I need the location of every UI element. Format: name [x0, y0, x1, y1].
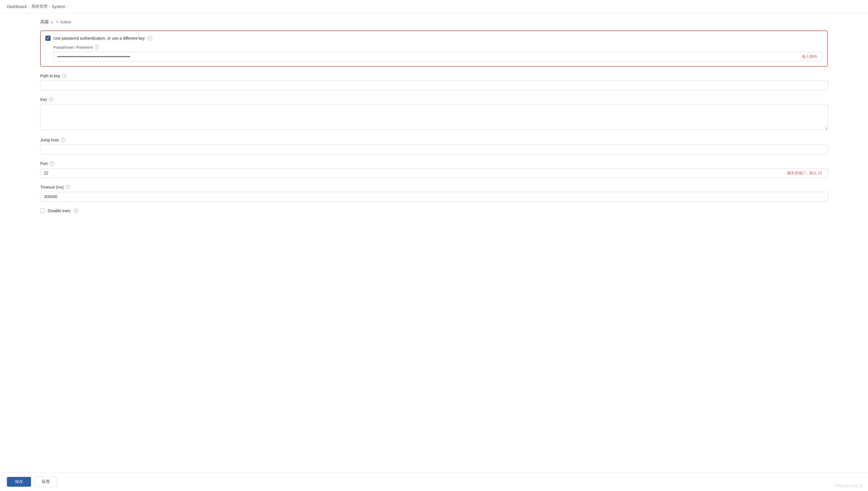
key-label: Key ? — [40, 97, 828, 102]
timeout-field: Timeout (ms) ? — [40, 185, 828, 202]
port-label: Port ? — [40, 161, 828, 166]
edited-label: Edited — [61, 20, 71, 24]
key-field: Key ? — [40, 97, 828, 131]
jump-host-input[interactable] — [40, 145, 828, 154]
timeout-label-text: Timeout (ms) — [40, 185, 64, 190]
password-auth-checkbox-row: Use password authentication, or use a di… — [45, 36, 823, 41]
breadcrumb-system[interactable]: System — [52, 4, 65, 9]
footer-bar: 保存 应用 — [0, 472, 868, 491]
page-container: Dashboard › 系统管理 › System › 高级 ∧ ✎ Edite… — [0, 0, 868, 491]
breadcrumb-sep-1: › — [28, 5, 30, 9]
port-input-wrapper: 服务器端口，默认 22 — [40, 168, 828, 178]
disable-exec-checkbox[interactable] — [40, 208, 45, 213]
disable-exec-field: Disable exec ? — [40, 208, 828, 213]
port-input[interactable] — [40, 168, 828, 178]
key-help-icon[interactable]: ? — [49, 97, 54, 102]
apply-button[interactable]: 应用 — [34, 476, 57, 487]
section-title-text: 高级 — [40, 19, 49, 25]
breadcrumb: Dashboard › 系统管理 › System › — [0, 0, 868, 13]
disable-exec-row: Disable exec ? — [40, 208, 828, 213]
timeout-label: Timeout (ms) ? — [40, 185, 828, 190]
passphrase-label: Passphrase / Password ? — [54, 45, 823, 50]
edited-badge: ✎ Edited — [56, 20, 71, 24]
path-to-key-help-icon[interactable]: ? — [62, 74, 67, 78]
port-field: Port ? 服务器端口，默认 22 — [40, 161, 828, 178]
password-input-wrapper: 输入密码 — [54, 52, 823, 61]
content-area: 高级 ∧ ✎ Edited Use password authenticatio… — [0, 13, 868, 243]
timeout-input[interactable] — [40, 192, 828, 202]
jump-host-field: Jump host ? — [40, 138, 828, 154]
watermark: CSDN @小小猫_法 — [835, 484, 862, 488]
timeout-help-icon[interactable]: ? — [65, 185, 70, 190]
key-label-text: Key — [40, 97, 47, 102]
password-auth-section: Use password authentication, or use a di… — [40, 30, 828, 67]
jump-host-label-text: Jump host — [40, 138, 59, 142]
breadcrumb-sep-2: › — [49, 5, 50, 9]
disable-exec-label: Disable exec — [48, 208, 71, 213]
disable-exec-help-icon[interactable]: ? — [73, 208, 78, 213]
section-title[interactable]: 高级 ∧ — [40, 19, 53, 25]
path-to-key-input[interactable] — [40, 81, 828, 90]
breadcrumb-dashboard[interactable]: Dashboard — [7, 4, 27, 9]
path-to-key-label-text: Path to key — [40, 74, 60, 78]
jump-host-label: Jump host ? — [40, 138, 828, 142]
jump-host-help-icon[interactable]: ? — [61, 138, 65, 142]
passphrase-input[interactable] — [54, 52, 823, 61]
port-label-text: Port — [40, 161, 48, 166]
path-to-key-label: Path to key ? — [40, 74, 828, 78]
password-auth-checkbox[interactable] — [45, 36, 51, 41]
chevron-up-icon: ∧ — [51, 20, 53, 24]
password-auth-help-icon[interactable]: ? — [148, 36, 152, 40]
path-to-key-field: Path to key ? — [40, 74, 828, 90]
passphrase-label-text: Passphrase / Password — [54, 45, 93, 50]
breadcrumb-sep-3: › — [67, 5, 68, 9]
port-help-icon[interactable]: ? — [50, 161, 54, 166]
section-header: 高级 ∧ ✎ Edited — [40, 19, 828, 25]
password-auth-label: Use password authentication, or use a di… — [54, 36, 145, 40]
pencil-icon: ✎ — [56, 20, 59, 24]
save-button[interactable]: 保存 — [7, 477, 31, 487]
key-textarea[interactable] — [40, 104, 828, 130]
passphrase-section: Passphrase / Password ? 输入密码 — [45, 45, 823, 61]
breadcrumb-system-mgmt[interactable]: 系统管理 — [31, 4, 48, 9]
passphrase-help-icon[interactable]: ? — [94, 45, 99, 50]
